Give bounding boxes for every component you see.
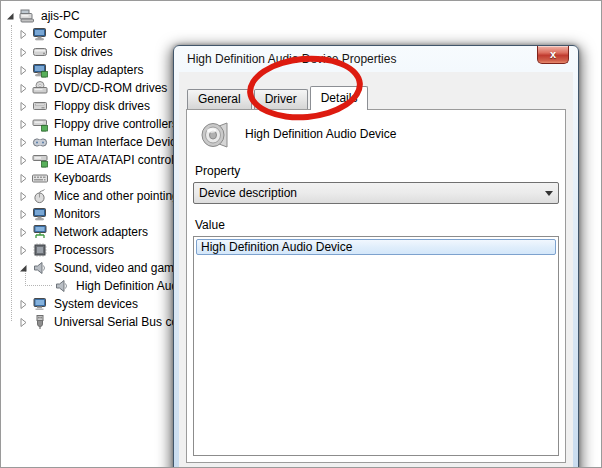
device-manager-screen: ajis-PCComputerDisk drivesDisplay adapte…	[0, 0, 602, 468]
tab-strip: GeneralDriverDetails	[187, 85, 370, 109]
dialog-body: GeneralDriverDetails High Definition Aud…	[179, 72, 573, 468]
value-list-item[interactable]: High Definition Audio Device	[196, 239, 556, 255]
expander-collapsed-icon[interactable]	[18, 155, 29, 166]
tree-item-label: DVD/CD-ROM drives	[54, 81, 167, 95]
tab-general[interactable]: General	[187, 89, 252, 109]
speaker-icon	[32, 260, 48, 276]
disk-drive-icon	[32, 44, 48, 60]
tab-driver[interactable]: Driver	[254, 89, 308, 109]
expander-collapsed-icon[interactable]	[18, 65, 29, 76]
expander-collapsed-icon[interactable]	[18, 29, 29, 40]
expander-collapsed-icon[interactable]	[18, 191, 29, 202]
dialog-titlebar[interactable]: High Definition Audio Device Properties …	[174, 46, 578, 72]
expander-collapsed-icon[interactable]	[18, 299, 29, 310]
chevron-down-icon[interactable]	[540, 186, 558, 200]
tree-item-label: Keyboards	[54, 171, 111, 185]
tree-item-label: ajis-PC	[41, 9, 80, 23]
dialog-title: High Definition Audio Device Properties	[187, 52, 396, 66]
tree-item-label: Processors	[54, 243, 114, 257]
workstation-icon	[19, 8, 35, 24]
expander-collapsed-icon[interactable]	[18, 83, 29, 94]
close-icon: x	[550, 48, 556, 60]
expander-collapsed-icon[interactable]	[18, 119, 29, 130]
tree-item-label: Monitors	[54, 207, 100, 221]
expander-collapsed-icon[interactable]	[18, 101, 29, 112]
property-dropdown[interactable]: Device description	[193, 182, 559, 204]
computer-icon	[32, 26, 48, 42]
details-tab-page: High Definition Audio Device Property De…	[186, 109, 566, 463]
floppy-controller-icon	[32, 116, 48, 132]
close-button[interactable]: x	[537, 46, 569, 64]
tree-item-label: Floppy drive controllers	[54, 117, 178, 131]
tree-item-label: Computer	[54, 27, 107, 41]
tree-item-label: Human Interface Devices	[54, 135, 189, 149]
value-listbox[interactable]: High Definition Audio Device	[193, 236, 559, 456]
optical-drive-icon	[32, 80, 48, 96]
ide-controller-icon	[32, 152, 48, 168]
usb-icon	[32, 314, 48, 330]
floppy-drive-icon	[32, 98, 48, 114]
expander-collapsed-icon[interactable]	[18, 209, 29, 220]
value-label: Value	[195, 218, 225, 232]
tree-item-label: Floppy disk drives	[54, 99, 150, 113]
device-name-label: High Definition Audio Device	[245, 127, 396, 141]
expander-collapsed-icon[interactable]	[18, 245, 29, 256]
tree-item-label: Network adapters	[54, 225, 148, 239]
mouse-icon	[32, 188, 48, 204]
tree-item[interactable]: Computer	[1, 25, 601, 43]
system-device-icon	[32, 296, 48, 312]
expander-collapsed-icon[interactable]	[18, 47, 29, 58]
expander-collapsed-icon[interactable]	[18, 137, 29, 148]
monitor-icon	[32, 206, 48, 222]
speaker-icon	[54, 278, 70, 294]
hid-icon	[32, 134, 48, 150]
tree-item[interactable]: ajis-PC	[1, 7, 601, 25]
expander-collapsed-icon[interactable]	[18, 317, 29, 328]
expander-collapsed-icon[interactable]	[18, 227, 29, 238]
tree-item-label: System devices	[54, 297, 138, 311]
property-dropdown-value: Device description	[194, 186, 540, 200]
speaker-large-icon	[199, 118, 233, 152]
expander-collapsed-icon[interactable]	[18, 173, 29, 184]
properties-dialog: High Definition Audio Device Properties …	[173, 45, 579, 468]
expander-expanded-icon[interactable]	[5, 11, 16, 22]
tree-item-label: Display adapters	[54, 63, 143, 77]
property-label: Property	[195, 164, 240, 178]
tree-item-label: Disk drives	[54, 45, 113, 59]
expander-expanded-icon[interactable]	[18, 263, 29, 274]
tab-details[interactable]: Details	[310, 86, 369, 110]
keyboard-icon	[32, 170, 48, 186]
display-adapter-icon	[32, 62, 48, 78]
processor-icon	[32, 242, 48, 258]
network-adapter-icon	[32, 224, 48, 240]
